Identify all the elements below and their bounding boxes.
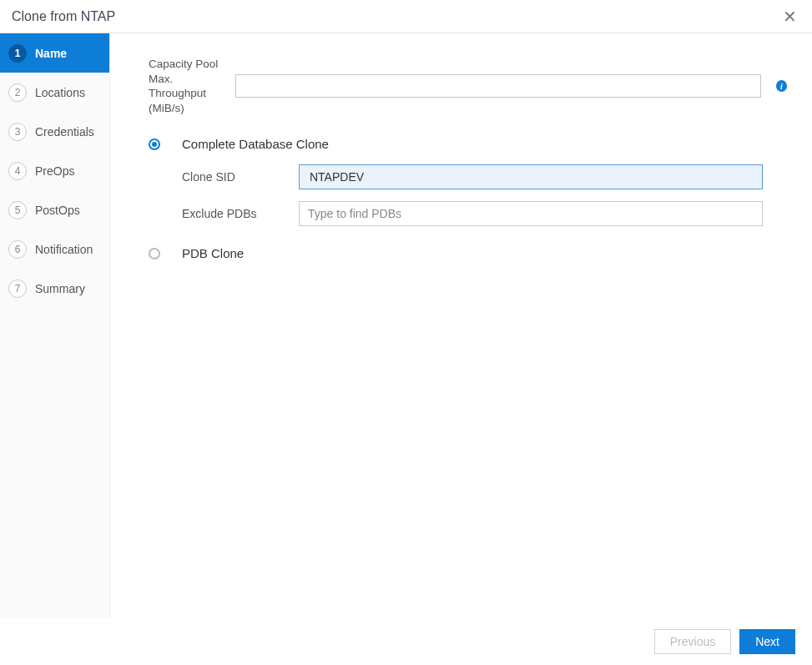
step-summary[interactable]: 7 Summary xyxy=(0,269,109,308)
capacity-throughput-label: Capacity Pool Max. Throughput (MiB/s) xyxy=(149,57,235,115)
step-postops[interactable]: 5 PostOps xyxy=(0,190,109,229)
exclude-pdbs-input[interactable]: Type to find PDBs xyxy=(299,201,763,226)
step-name[interactable]: 1 Name xyxy=(0,33,109,73)
dialog-title: Clone from NTAP xyxy=(12,9,115,24)
step-label: PostOps xyxy=(35,204,80,217)
capacity-throughput-input[interactable] xyxy=(235,74,761,98)
step-number: 7 xyxy=(8,280,27,298)
step-label: Credentials xyxy=(35,125,94,139)
wizard-footer: Previous Next xyxy=(0,618,812,665)
step-label: Name xyxy=(35,47,67,60)
step-number: 6 xyxy=(8,240,27,259)
step-preops[interactable]: 4 PreOps xyxy=(0,151,109,190)
step-number: 2 xyxy=(8,83,27,102)
step-number: 5 xyxy=(8,201,27,219)
radio-pdb-clone[interactable] xyxy=(149,248,160,259)
radio-complete-db-clone[interactable] xyxy=(149,139,160,150)
wizard-steps: 1 Name 2 Locations 3 Credentials 4 PreOp… xyxy=(0,33,110,618)
previous-button[interactable]: Previous xyxy=(654,629,731,654)
clone-sid-input[interactable] xyxy=(299,164,763,189)
radio-complete-db-clone-label: Complete Database Clone xyxy=(182,137,329,151)
step-label: Notification xyxy=(35,243,93,256)
exclude-pdbs-placeholder: Type to find PDBs xyxy=(308,207,401,220)
dialog-header: Clone from NTAP ✕ xyxy=(0,0,812,33)
step-locations[interactable]: 2 Locations xyxy=(0,73,109,112)
step-number: 1 xyxy=(8,44,27,63)
step-number: 4 xyxy=(8,162,27,180)
info-icon[interactable]: i xyxy=(776,80,787,92)
close-icon[interactable]: ✕ xyxy=(779,5,800,28)
step-label: Summary xyxy=(35,282,85,295)
clone-sid-label: Clone SID xyxy=(182,170,299,184)
step-label: Locations xyxy=(35,86,85,99)
step-credentials[interactable]: 3 Credentials xyxy=(0,112,109,151)
step-notification[interactable]: 6 Notification xyxy=(0,229,109,269)
exclude-pdbs-label: Exclude PDBs xyxy=(182,207,299,220)
radio-pdb-clone-label: PDB Clone xyxy=(182,246,244,260)
next-button[interactable]: Next xyxy=(739,629,795,654)
step-label: PreOps xyxy=(35,164,74,178)
step-number: 3 xyxy=(8,123,27,141)
wizard-content: Capacity Pool Max. Throughput (MiB/s) i … xyxy=(110,33,812,618)
